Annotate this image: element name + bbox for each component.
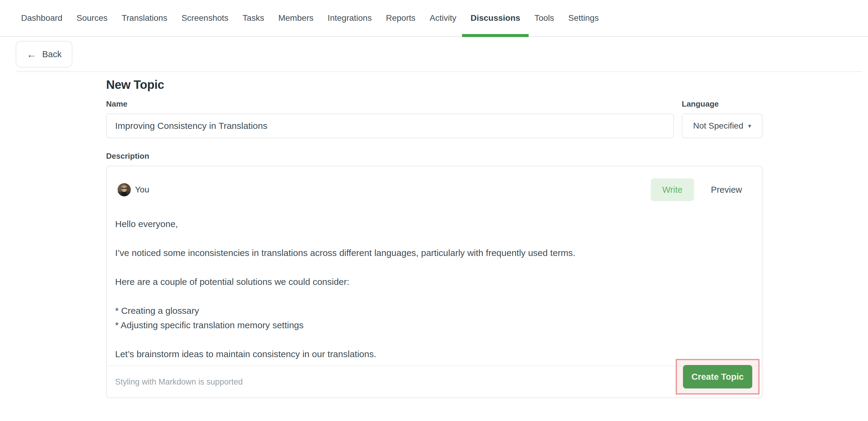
editor-footer: Styling with Markdown is supported — [107, 365, 762, 397]
description-label: Description — [106, 152, 763, 161]
description-textarea[interactable]: Hello everyone, I’ve noticed some incons… — [115, 217, 753, 361]
name-label: Name — [106, 99, 127, 109]
editor-tabs: Write Preview — [651, 178, 751, 201]
editor-header: You Write Preview — [107, 166, 762, 201]
language-dropdown[interactable]: Not Specified ▾ — [682, 114, 763, 138]
nav-item-sources[interactable]: Sources — [76, 0, 107, 36]
nav-item-tasks[interactable]: Tasks — [243, 0, 264, 36]
back-button[interactable]: ← Back — [16, 41, 72, 67]
nav-item-reports[interactable]: Reports — [386, 0, 415, 36]
nav-item-tools[interactable]: Tools — [534, 0, 554, 36]
nav-item-translations[interactable]: Translations — [122, 0, 167, 36]
author-name: You — [135, 185, 149, 195]
markdown-hint: Styling with Markdown is supported — [115, 377, 243, 387]
nav-item-integrations[interactable]: Integrations — [328, 0, 372, 36]
nav-item-discussions[interactable]: Discussions — [470, 0, 520, 36]
back-arrow-icon: ← — [27, 49, 37, 59]
back-button-label: Back — [42, 50, 61, 59]
top-nav: Dashboard Sources Translations Screensho… — [0, 0, 868, 37]
tab-write[interactable]: Write — [651, 178, 694, 201]
page-title: New Topic — [106, 78, 763, 92]
nav-item-screenshots[interactable]: Screenshots — [181, 0, 228, 36]
nav-item-members[interactable]: Members — [278, 0, 313, 36]
tab-preview[interactable]: Preview — [711, 185, 742, 195]
page-divider — [16, 71, 862, 72]
chevron-down-icon: ▾ — [748, 122, 751, 129]
language-dropdown-value: Not Specified — [693, 121, 744, 131]
back-row: ← Back — [0, 37, 868, 71]
click-highlight-annotation: Create Topic — [676, 359, 760, 394]
field-labels-row: Name Language — [106, 99, 763, 109]
fields-row: Not Specified ▾ — [106, 114, 763, 138]
user-avatar — [118, 183, 131, 196]
language-label: Language — [682, 99, 763, 109]
create-topic-button[interactable]: Create Topic — [683, 365, 752, 388]
nav-item-activity[interactable]: Activity — [430, 0, 456, 36]
avatar-image — [118, 183, 131, 196]
nav-item-dashboard[interactable]: Dashboard — [21, 0, 62, 36]
nav-item-settings[interactable]: Settings — [568, 0, 599, 36]
new-topic-form: New Topic Name Language Not Specified ▾ … — [106, 78, 763, 398]
description-editor: You Write Preview Hello everyone, I’ve n… — [106, 166, 763, 398]
name-input[interactable] — [106, 114, 674, 138]
